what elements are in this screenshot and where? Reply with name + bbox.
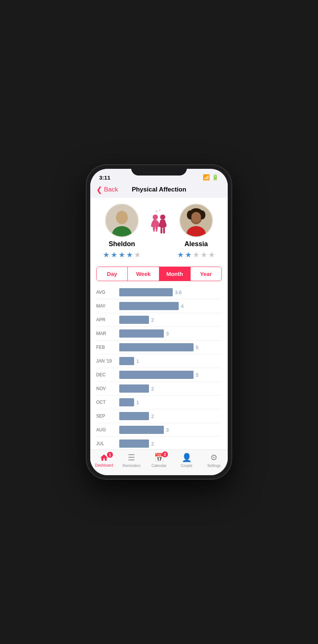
chart-bar [119,329,164,338]
star-3: ★ [193,250,199,259]
main-content: Sheldon ★ ★ ★ ★ ★ ♥ ♥ [90,198,228,450]
star-5: ★ [208,250,215,259]
person1-avatar-image [106,205,138,236]
chart-row: FEB5 [96,341,222,354]
wifi-icon: 📶 [203,174,210,181]
chart-value: 2 [151,386,154,392]
chart-value: 3 [166,427,169,433]
chart-row: MAR3 [96,327,222,341]
status-icons: 📶 🔋 [203,174,219,181]
tab-dashboard-label: Dashboard [95,463,113,467]
chart-value: 1 [136,400,139,405]
person2-avatar [179,204,213,237]
chart-row: DEC5 [96,368,222,382]
chart-bar-wrap: 3.6 [119,288,222,296]
chart-value: 2 [151,317,154,323]
chart-bar [119,384,149,393]
chart-bar [119,426,164,434]
chart-bar-wrap: 5 [119,371,222,379]
chart-row-label: AUG [96,427,119,432]
person1-avatar [105,204,139,237]
phone-screen: 3:11 📶 🔋 ❮ Back Physical Affection [90,169,228,475]
page-title: Physical Affection [122,186,196,193]
tab-reminders[interactable]: ☰ Reminders [120,453,143,468]
svg-text:♥: ♥ [159,209,161,212]
chart-row: OCT1 [96,396,222,409]
couple-illustration: ♥ ♥ [148,207,170,241]
person2-avatar-image [180,205,212,236]
chart-row: APR2 [96,313,222,327]
segment-day[interactable]: Day [97,267,128,281]
notch [131,165,187,176]
tab-bar: 1 Dashboard ☰ Reminders 2 📅 Calendar 👤 C… [90,450,228,475]
back-button[interactable]: ❮ Back [96,185,122,194]
back-label: Back [104,186,118,193]
chart-bar-wrap: 2 [119,412,222,420]
segment-control: Day Week Month Year [96,267,222,281]
chart-row-label: APR [96,317,119,322]
tab-dashboard[interactable]: 1 Dashboard [93,453,115,467]
chart-row-label: AVG [96,290,119,295]
segment-week[interactable]: Week [128,267,159,281]
segment-year[interactable]: Year [191,267,221,281]
svg-rect-10 [163,228,165,234]
tab-reminders-label: Reminders [123,464,140,468]
chart-bar-wrap: 2 [119,384,222,393]
chart-row-label: SEP [96,413,119,419]
chart-value: 5 [196,372,198,378]
star-1: ★ [177,250,184,259]
chart-row-label: FEB [96,345,119,350]
svg-point-7 [160,215,165,220]
segment-month[interactable]: Month [159,267,191,281]
chart-row: JUL2 [96,437,222,450]
person1-stars: ★ ★ ★ ★ ★ [103,250,141,259]
person2-profile: Alessia ★ ★ ★ ★ ★ [174,204,218,259]
tab-couple-label: Couple [181,464,192,468]
calendar-badge: 2 [162,451,168,457]
chart-row-label: MAY [96,303,119,309]
status-time: 3:11 [99,174,110,181]
star-5: ★ [134,250,141,259]
chart-row-label: DEC [96,372,119,377]
svg-rect-9 [160,228,162,234]
nav-bar: ❮ Back Physical Affection [90,182,228,198]
chart-bar [119,412,149,420]
dashboard-badge: 1 [107,452,113,458]
person2-stars: ★ ★ ★ ★ ★ [177,250,215,259]
chart-bar [119,371,194,379]
gear-icon: ⚙ [210,453,218,463]
svg-rect-8 [160,220,165,228]
star-3: ★ [119,250,125,259]
person1-profile: Sheldon ★ ★ ★ ★ ★ [100,204,144,259]
chart-row: NOV2 [96,382,222,396]
tab-calendar-label: Calendar [152,464,167,468]
chart-value: 3 [166,331,169,337]
chart-bar [119,288,173,296]
profile-section: Sheldon ★ ★ ★ ★ ★ ♥ ♥ [90,198,228,262]
chart-bar [119,343,194,351]
chart-bar-wrap: 5 [119,343,222,351]
tab-calendar[interactable]: 2 📅 Calendar [148,453,170,468]
phone-device: 3:11 📶 🔋 ❮ Back Physical Affection [87,165,231,479]
list-icon: ☰ [128,453,135,463]
tab-couple[interactable]: 👤 Couple [175,453,198,468]
star-4: ★ [126,250,133,259]
chart-value: 4 [181,303,184,309]
couple-icon: ♥ ♥ [144,204,174,241]
chart-row: JAN '191 [96,354,222,368]
chart-bar [119,398,134,406]
chart-row-label: OCT [96,400,119,405]
chart-value: 5 [196,345,198,350]
chart-row-label: NOV [96,386,119,391]
chart-bar-wrap: 2 [119,439,222,448]
star-1: ★ [103,250,110,259]
chart-bar-wrap: 1 [119,357,222,365]
svg-point-6 [153,215,158,220]
chevron-left-icon: ❮ [96,185,103,194]
star-2: ★ [185,250,192,259]
chart-bar [119,302,179,310]
chart-bar-wrap: 2 [119,316,222,324]
tab-settings[interactable]: ⚙ Settings [203,453,225,468]
chart-row: MAY4 [96,299,222,313]
person1-name: Sheldon [109,240,135,248]
